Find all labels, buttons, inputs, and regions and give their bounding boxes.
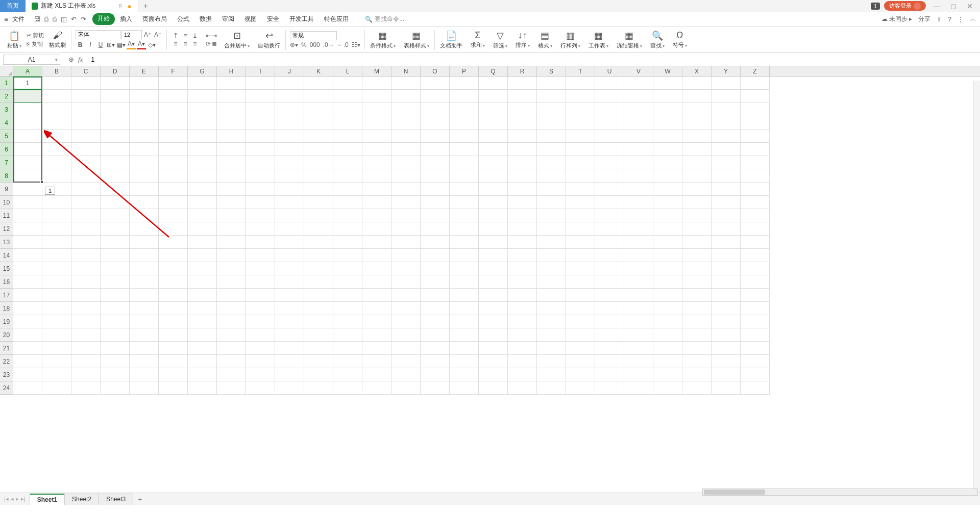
- column-header[interactable]: E: [130, 66, 159, 76]
- cell[interactable]: [42, 130, 71, 143]
- column-header[interactable]: R: [508, 66, 537, 76]
- cell[interactable]: [537, 328, 566, 342]
- cell[interactable]: [333, 289, 362, 302]
- cell[interactable]: [391, 315, 421, 328]
- percent-icon[interactable]: %: [301, 41, 307, 48]
- cell[interactable]: [566, 76, 595, 90]
- cell[interactable]: [13, 236, 42, 249]
- cell[interactable]: [566, 275, 595, 289]
- cell[interactable]: [362, 196, 391, 209]
- cell[interactable]: [42, 236, 71, 249]
- cell[interactable]: [421, 368, 450, 381]
- cell[interactable]: [217, 262, 246, 275]
- cell[interactable]: [246, 381, 275, 395]
- cell[interactable]: [479, 76, 508, 90]
- cell[interactable]: [130, 289, 159, 302]
- cell[interactable]: [71, 315, 101, 328]
- cell[interactable]: [712, 130, 741, 143]
- cell[interactable]: [362, 249, 391, 262]
- filter-button[interactable]: ▽筛选▾: [490, 27, 510, 53]
- cell[interactable]: [479, 249, 508, 262]
- cell[interactable]: [71, 143, 101, 156]
- cell[interactable]: [101, 130, 130, 143]
- cell[interactable]: [595, 209, 624, 222]
- format-painter-button[interactable]: 🖌 格式刷: [46, 27, 69, 53]
- cell[interactable]: [712, 103, 741, 116]
- cell[interactable]: [188, 381, 217, 395]
- cell[interactable]: [130, 222, 159, 236]
- cell[interactable]: [508, 130, 537, 143]
- cell[interactable]: [362, 209, 391, 222]
- cell[interactable]: [682, 90, 712, 103]
- sort-button[interactable]: ↓↑排序▾: [512, 27, 533, 53]
- cell[interactable]: [304, 156, 333, 169]
- cell[interactable]: [362, 275, 391, 289]
- cell[interactable]: [566, 209, 595, 222]
- column-header[interactable]: S: [537, 66, 566, 76]
- tab-pin-icon[interactable]: ⎘: [119, 3, 122, 9]
- cell[interactable]: [537, 222, 566, 236]
- row-header[interactable]: 20: [0, 328, 13, 342]
- collapse-ribbon-icon[interactable]: ︿: [970, 15, 976, 23]
- zoom-icon[interactable]: ⊕: [68, 56, 74, 64]
- cell[interactable]: [421, 315, 450, 328]
- cell[interactable]: [362, 103, 391, 116]
- cell[interactable]: [537, 302, 566, 315]
- cell[interactable]: [13, 249, 42, 262]
- cell[interactable]: [595, 302, 624, 315]
- cell[interactable]: [101, 169, 130, 183]
- cell[interactable]: [246, 169, 275, 183]
- cell[interactable]: [508, 302, 537, 315]
- cell[interactable]: [450, 315, 479, 328]
- cell[interactable]: [42, 328, 71, 342]
- border-button[interactable]: ⊞▾: [106, 40, 115, 49]
- cell[interactable]: [246, 209, 275, 222]
- cell[interactable]: [653, 116, 682, 130]
- increase-font-icon[interactable]: A⁺: [143, 30, 152, 39]
- cell[interactable]: [508, 236, 537, 249]
- cell[interactable]: [42, 222, 71, 236]
- cell[interactable]: [42, 156, 71, 169]
- cell[interactable]: [71, 222, 101, 236]
- cell[interactable]: [508, 289, 537, 302]
- cell[interactable]: [217, 143, 246, 156]
- cell[interactable]: [450, 76, 479, 90]
- cell[interactable]: [566, 355, 595, 368]
- cell[interactable]: [217, 289, 246, 302]
- cell[interactable]: [333, 103, 362, 116]
- cell[interactable]: [624, 103, 653, 116]
- cell[interactable]: [712, 342, 741, 355]
- cell[interactable]: [275, 196, 304, 209]
- cell[interactable]: [42, 169, 71, 183]
- cell[interactable]: [682, 209, 712, 222]
- cell[interactable]: [188, 76, 217, 90]
- cell[interactable]: [450, 275, 479, 289]
- file-menu[interactable]: 文件: [12, 15, 24, 23]
- cell[interactable]: [42, 103, 71, 116]
- cell[interactable]: [450, 262, 479, 275]
- cell[interactable]: [275, 76, 304, 90]
- cell[interactable]: [653, 183, 682, 196]
- column-header[interactable]: V: [624, 66, 653, 76]
- currency-icon[interactable]: ⊛▾: [290, 41, 298, 48]
- cell[interactable]: 1: [13, 76, 42, 90]
- cell[interactable]: [275, 328, 304, 342]
- vertical-scrollbar[interactable]: [973, 81, 980, 493]
- cell[interactable]: [653, 130, 682, 143]
- cell[interactable]: [246, 103, 275, 116]
- cell[interactable]: [13, 156, 42, 169]
- cell[interactable]: [304, 196, 333, 209]
- cell[interactable]: [275, 342, 304, 355]
- cell[interactable]: [741, 249, 770, 262]
- cell[interactable]: [188, 103, 217, 116]
- cell[interactable]: [653, 169, 682, 183]
- cell[interactable]: [653, 368, 682, 381]
- row-header[interactable]: 17: [0, 289, 13, 302]
- cell[interactable]: [13, 130, 42, 143]
- cell[interactable]: [362, 143, 391, 156]
- cell[interactable]: [712, 355, 741, 368]
- column-header[interactable]: F: [159, 66, 188, 76]
- cell[interactable]: [246, 236, 275, 249]
- cell[interactable]: [42, 315, 71, 328]
- table-style-button[interactable]: ▦表格样式▾: [401, 27, 432, 53]
